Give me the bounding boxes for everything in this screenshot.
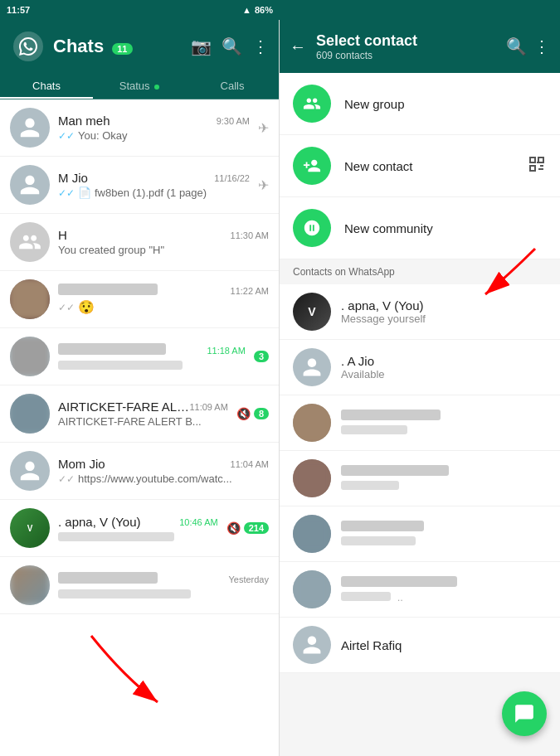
new-contact-label: New contact	[344, 159, 413, 173]
chat-list: Man meh 9:30 AM ✓✓ You: Okay ✈ M Jio 11	[0, 99, 279, 756]
unread-badge-6: 8	[254, 408, 269, 419]
new-community-icon	[293, 209, 331, 247]
chat-preview-8	[58, 531, 218, 541]
compose-fab[interactable]	[502, 691, 547, 736]
contact-item-6[interactable]: ..	[280, 562, 560, 618]
chat-name-1: Man meh	[58, 114, 110, 128]
chat-name-5	[58, 343, 166, 357]
avatar-3	[10, 222, 50, 262]
chat-content-9: Yesterday	[58, 572, 269, 598]
tick-4: ✓✓	[58, 302, 75, 313]
chat-item-1[interactable]: Man meh 9:30 AM ✓✓ You: Okay ✈	[0, 99, 279, 157]
contact-item-7[interactable]: Airtel Rafiq	[280, 618, 560, 673]
chat-item-9[interactable]: Yesterday	[0, 557, 279, 614]
chat-item-6[interactable]: AIRTICKET-FARE ALERT B... 11:09 AM AIRTI…	[0, 385, 279, 443]
qr-icon[interactable]	[527, 154, 547, 178]
send-icon-1: ✈	[258, 120, 269, 136]
chat-name-4	[58, 284, 158, 298]
contact-name-7: Airtel Rafiq	[341, 638, 547, 652]
contact-name-4	[341, 464, 547, 478]
contact-status-5	[341, 534, 547, 548]
signal-icon: ▲	[242, 5, 251, 15]
status-dot	[154, 85, 159, 90]
chat-time-4: 11:22 AM	[231, 286, 269, 296]
chat-content-4: 11:22 AM ✓✓ 😯	[58, 284, 269, 315]
contact-avatar-5	[293, 515, 331, 553]
more-options-icon[interactable]: ⋮	[533, 36, 550, 56]
chat-preview-4: ✓✓ 😯	[58, 299, 269, 315]
chat-time-8: 10:46 AM	[179, 517, 217, 527]
chat-name-6: AIRTICKET-FARE ALERT B...	[58, 400, 189, 414]
chat-preview-6: AIRTICKET-FARE ALERT B...	[58, 415, 228, 428]
contact-avatar-1: V	[293, 293, 331, 331]
search-contacts-icon[interactable]: 🔍	[506, 36, 527, 56]
contact-item-2[interactable]: . A Jio Available	[280, 340, 560, 395]
chats-title: Chats 11	[53, 36, 181, 57]
chat-preview-5	[58, 359, 246, 370]
mute-icon-6: 🔇	[236, 407, 251, 420]
contact-item-4[interactable]	[280, 451, 560, 506]
contact-item-5[interactable]	[280, 506, 560, 562]
chat-item-3[interactable]: H 11:30 AM You created group "H"	[0, 214, 279, 271]
chat-content-3: H 11:30 AM You created group "H"	[58, 228, 269, 256]
contact-name-3	[341, 409, 547, 423]
new-group-label: New group	[344, 97, 405, 111]
chat-item-5[interactable]: 11:18 AM 3	[0, 328, 279, 385]
avatar-5	[10, 337, 50, 376]
chat-content-5: 11:18 AM	[58, 343, 246, 370]
time-left: 11:57	[7, 5, 30, 15]
menu-icon[interactable]: ⋮	[252, 36, 269, 56]
contact-name-2: . A Jio	[341, 354, 547, 368]
avatar-7	[10, 451, 50, 491]
tab-chats[interactable]: Chats	[0, 73, 93, 99]
chat-time-3: 11:30 AM	[231, 230, 269, 240]
tick-1: ✓✓	[58, 130, 75, 142]
back-button[interactable]: ←	[286, 34, 309, 60]
whatsapp-icon	[13, 32, 43, 61]
chat-content-6: AIRTICKET-FARE ALERT B... 11:09 AM AIRTI…	[58, 400, 228, 428]
chat-preview-7: ✓✓ https://www.youtube.com/watc...	[58, 472, 269, 485]
chat-preview-3: You created group "H"	[58, 244, 269, 256]
chat-name-9	[58, 572, 158, 586]
contact-avatar-4	[293, 459, 331, 497]
new-contact-item[interactable]: New contact	[280, 135, 560, 197]
chat-item-7[interactable]: Mom Jio 11:04 AM ✓✓ https://www.youtube.…	[0, 443, 279, 500]
search-icon[interactable]: 🔍	[222, 36, 242, 56]
chat-time-9: Yesterday	[228, 574, 269, 584]
tab-status[interactable]: Status	[93, 73, 186, 99]
avatar-6	[10, 394, 50, 434]
new-contact-icon	[293, 147, 331, 185]
right-panel: 11:57 ▲ 86% ← Select contact 609 contact…	[280, 0, 560, 756]
send-icon-2: ✈	[258, 177, 269, 193]
contact-info-5	[341, 520, 547, 548]
chat-item-8[interactable]: V . apna, V (You) 10:46 AM 🔇 214	[0, 500, 279, 557]
contact-status-3	[341, 423, 547, 437]
new-group-icon	[293, 85, 331, 123]
chat-time-1: 9:30 AM	[217, 116, 250, 126]
chat-preview-1: ✓✓ You: Okay	[58, 129, 250, 142]
avatar-2	[10, 165, 50, 205]
new-group-item[interactable]: New group	[280, 73, 560, 135]
chat-content-7: Mom Jio 11:04 AM ✓✓ https://www.youtube.…	[58, 457, 269, 485]
contact-item-3[interactable]	[280, 395, 560, 451]
contact-info-1: . apna, V (You) Message yourself	[341, 298, 547, 325]
tab-calls[interactable]: Calls	[186, 73, 279, 99]
contact-avatar-2	[293, 348, 331, 386]
contact-item-1[interactable]: V . apna, V (You) Message yourself	[280, 284, 560, 340]
chat-preview-2: ✓✓ 📄 fw8ben (1).pdf (1 page)	[58, 187, 250, 199]
avatar-8: V	[10, 508, 50, 548]
contact-info-7: Airtel Rafiq	[341, 638, 547, 652]
chat-name-2: M Jio	[58, 171, 88, 185]
chat-content-1: Man meh 9:30 AM ✓✓ You: Okay	[58, 114, 250, 142]
chat-item-2[interactable]: M Jio 11/16/22 ✓✓ 📄 fw8ben (1).pdf (1 pa…	[0, 157, 279, 214]
new-community-item[interactable]: New community	[280, 197, 560, 259]
contact-status-2: Available	[341, 368, 547, 380]
contact-status-1: Message yourself	[341, 313, 547, 325]
mute-icon-8: 🔇	[226, 521, 241, 535]
tab-row: Chats Status Calls	[0, 73, 279, 99]
avatar-9	[10, 565, 50, 605]
contact-count: 609 contacts	[316, 50, 499, 61]
chat-item-4[interactable]: 11:22 AM ✓✓ 😯	[0, 271, 279, 328]
left-panel: 11:57 ▲ 86% Chats 11 📷 🔍 ⋮ Chats Status	[0, 0, 280, 756]
camera-icon[interactable]: 📷	[191, 36, 212, 56]
